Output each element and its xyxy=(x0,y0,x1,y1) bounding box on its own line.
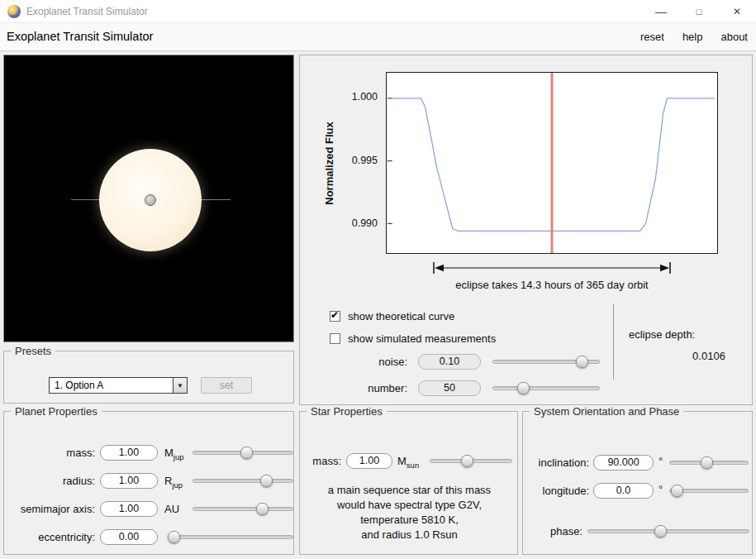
vertical-divider xyxy=(613,303,614,380)
maximize-button[interactable]: □ xyxy=(680,0,718,23)
unit-sub: sun xyxy=(407,461,419,470)
minimize-button[interactable]: — xyxy=(642,0,680,23)
star-mass-input[interactable]: 1.00 xyxy=(346,453,392,469)
number-label: number: xyxy=(325,382,407,394)
planet-mass-input[interactable]: 1.00 xyxy=(100,445,158,461)
show-simulated-checkbox[interactable]: ✔ xyxy=(330,333,340,344)
semimajor-axis-unit: AU xyxy=(164,503,179,518)
show-theoretical-checkbox[interactable]: ✔ xyxy=(330,311,340,322)
inclination-slider[interactable] xyxy=(669,456,749,470)
slider-track xyxy=(587,529,749,533)
y-tick-label: 1.000 xyxy=(333,91,378,103)
reset-menu-item[interactable]: reset xyxy=(640,31,664,43)
slider-track xyxy=(492,386,600,390)
number-slider[interactable] xyxy=(492,382,600,395)
slider-track xyxy=(193,479,293,483)
star-description-line: would have spectral type G2V, xyxy=(300,498,519,513)
y-tick-label: 0.995 xyxy=(333,155,378,166)
slider-thumb[interactable] xyxy=(256,503,269,515)
star-mass-slider[interactable] xyxy=(430,455,512,468)
slider-thumb[interactable] xyxy=(517,382,530,394)
semimajor-axis-input[interactable]: 1.00 xyxy=(100,501,158,517)
y-tick-label: 0.990 xyxy=(333,217,378,229)
slider-thumb[interactable] xyxy=(654,525,667,538)
about-menu-item[interactable]: about xyxy=(720,31,748,43)
planet-radius-label: radius: xyxy=(9,475,95,487)
inclination-label: inclination: xyxy=(523,456,589,469)
unit-base: M xyxy=(164,447,174,459)
eccentricity-input[interactable]: 0.00 xyxy=(100,529,158,545)
show-theoretical-label: show theoretical curve xyxy=(348,310,454,322)
unit-sub: jup xyxy=(172,480,183,490)
planet-radius-input[interactable]: 1.00 xyxy=(100,473,158,489)
light-curve-panel: Normalized Flux 1.0000.9950.990 eclipse … xyxy=(299,55,753,405)
star-properties-title: Star Properties xyxy=(307,405,387,418)
planet-mass-unit: Mjup xyxy=(164,447,184,461)
longitude-unit: ° xyxy=(659,483,663,495)
star-description-line: and radius 1.0 Rsun xyxy=(300,528,519,542)
unit-sub: jup xyxy=(174,452,184,461)
semimajor-axis-slider[interactable] xyxy=(193,503,293,516)
slider-thumb[interactable] xyxy=(576,356,588,368)
window-title: Exoplanet Transit Simulator xyxy=(26,0,148,23)
planet-radius-slider[interactable] xyxy=(193,475,293,488)
slider-thumb[interactable] xyxy=(260,475,273,487)
planet xyxy=(145,194,156,206)
star-properties-panel: Star Properties mass: 1.00 Msun a main s… xyxy=(299,411,518,555)
dropdown-arrow-icon[interactable]: ▼ xyxy=(173,378,187,393)
system-orientation-panel: System Orientation and Phase inclination… xyxy=(522,411,753,555)
app-window: Exoplanet Transit Simulator — □ ✕ Exopla… xyxy=(0,0,756,559)
app-heading: Exoplanet Transit Simulator xyxy=(7,23,153,50)
planet-properties-panel: Planet Properties mass: 1.00 Mjup radius… xyxy=(3,411,294,555)
eccentricity-slider[interactable] xyxy=(168,531,293,544)
presets-panel: Presets 1. Option A ▼ set xyxy=(3,351,294,404)
star-description: a main sequence star of this mass would … xyxy=(300,483,519,542)
star-description-line: a main sequence star of this mass xyxy=(300,483,519,498)
light-curve-svg xyxy=(387,73,717,253)
inclination-input[interactable]: 90.000 xyxy=(593,455,654,471)
help-menu-item[interactable]: help xyxy=(682,31,703,43)
slider-track xyxy=(168,535,293,539)
show-simulated-row: ✔ show simulated measurements xyxy=(330,332,496,345)
close-button[interactable]: ✕ xyxy=(718,0,756,23)
titlebar: Exoplanet Transit Simulator — □ ✕ xyxy=(0,0,756,23)
eclipse-depth-value: 0.0106 xyxy=(663,350,754,362)
noise-input[interactable]: 0.10 xyxy=(418,354,481,370)
planet-properties-title: Planet Properties xyxy=(11,405,102,418)
phase-label: phase: xyxy=(523,525,582,538)
star-mass-label: mass: xyxy=(300,455,341,467)
phase-slider[interactable] xyxy=(587,525,749,538)
show-theoretical-row: ✔ show theoretical curve xyxy=(330,309,454,322)
slider-track xyxy=(193,507,293,511)
noise-slider[interactable] xyxy=(492,356,600,369)
star-view-panel xyxy=(3,55,294,342)
preset-dropdown[interactable]: 1. Option A ▼ xyxy=(49,377,188,394)
eclipse-duration-arrow xyxy=(432,261,672,275)
slider-thumb[interactable] xyxy=(240,447,253,459)
planet-mass-label: mass: xyxy=(9,447,95,459)
menubar: Exoplanet Transit Simulator reset help a… xyxy=(0,23,756,51)
semimajor-axis-label: semimajor axis: xyxy=(9,503,95,515)
app-icon xyxy=(7,5,21,18)
eccentricity-label: eccentricity: xyxy=(9,531,95,543)
show-simulated-label: show simulated measurements xyxy=(348,332,496,345)
slider-thumb[interactable] xyxy=(671,485,683,497)
number-input[interactable]: 50 xyxy=(418,380,481,396)
longitude-input[interactable]: 0.0 xyxy=(593,483,654,499)
slider-thumb[interactable] xyxy=(168,531,180,543)
eclipse-depth-label: eclipse depth: xyxy=(629,328,695,341)
slider-thumb[interactable] xyxy=(461,455,473,467)
planet-mass-slider[interactable] xyxy=(193,447,293,460)
slider-thumb[interactable] xyxy=(701,456,713,469)
content: Presets 1. Option A ▼ set Normalized Flu… xyxy=(0,51,756,559)
presets-title: Presets xyxy=(11,345,55,357)
longitude-slider[interactable] xyxy=(669,485,749,498)
system-orientation-title: System Orientation and Phase xyxy=(530,405,683,418)
unit-base: M xyxy=(397,455,407,467)
window-controls: — □ ✕ xyxy=(642,0,756,23)
inclination-unit: ° xyxy=(659,455,663,467)
unit-base: AU xyxy=(164,503,179,515)
check-icon: ✔ xyxy=(330,309,339,321)
set-button[interactable]: set xyxy=(201,377,252,394)
star-description-line: temperature 5810 K, xyxy=(300,513,519,528)
